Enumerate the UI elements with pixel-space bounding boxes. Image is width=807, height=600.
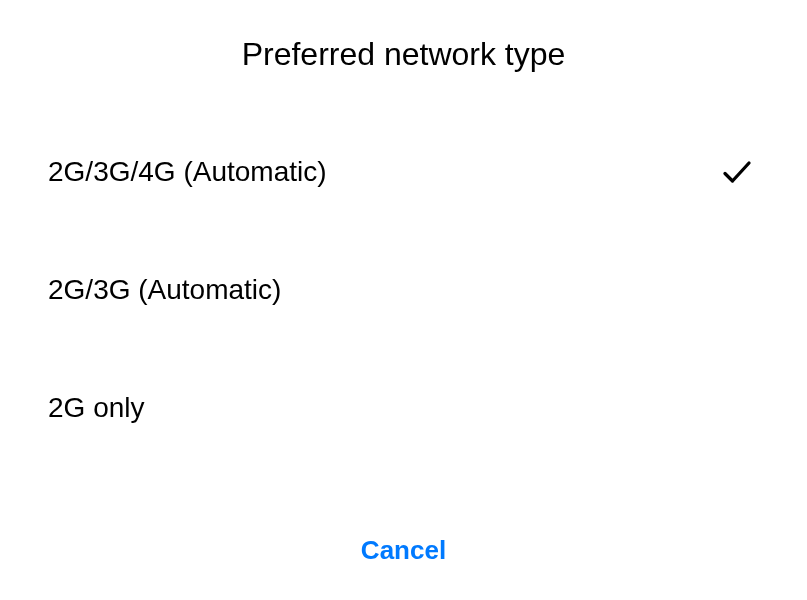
option-label: 2G only (48, 392, 145, 424)
check-icon (719, 154, 755, 190)
option-label: 2G/3G (Automatic) (48, 274, 281, 306)
option-2g-3g-automatic[interactable]: 2G/3G (Automatic) (0, 231, 807, 349)
dialog-title: Preferred network type (0, 0, 807, 113)
option-2g-only[interactable]: 2G only (0, 349, 807, 467)
options-list: 2G/3G/4G (Automatic) 2G/3G (Automatic) 2… (0, 113, 807, 507)
option-label: 2G/3G/4G (Automatic) (48, 156, 327, 188)
network-type-dialog: Preferred network type 2G/3G/4G (Automat… (0, 0, 807, 600)
cancel-button[interactable]: Cancel (0, 507, 807, 600)
option-2g-3g-4g-automatic[interactable]: 2G/3G/4G (Automatic) (0, 113, 807, 231)
